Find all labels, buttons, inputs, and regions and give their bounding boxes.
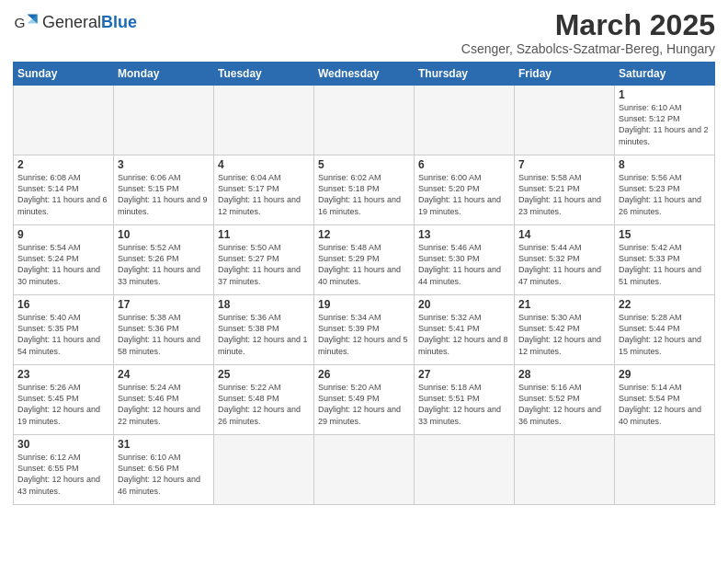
calendar-cell: 20Sunrise: 5:32 AM Sunset: 5:41 PM Dayli… — [415, 295, 515, 365]
logo: G GeneralBlue — [13, 9, 137, 35]
calendar-cell: 18Sunrise: 5:36 AM Sunset: 5:38 PM Dayli… — [214, 295, 314, 365]
day-info: Sunrise: 5:34 AM Sunset: 5:39 PM Dayligh… — [318, 312, 410, 357]
calendar-cell — [14, 86, 114, 155]
day-info: Sunrise: 6:10 AM Sunset: 6:56 PM Dayligh… — [118, 452, 210, 497]
day-number: 25 — [218, 368, 310, 381]
calendar-cell — [415, 86, 515, 155]
calendar-cell: 21Sunrise: 5:30 AM Sunset: 5:42 PM Dayli… — [515, 295, 615, 365]
day-info: Sunrise: 6:02 AM Sunset: 5:18 PM Dayligh… — [318, 172, 410, 217]
day-info: Sunrise: 5:18 AM Sunset: 5:51 PM Dayligh… — [418, 382, 510, 427]
day-number: 5 — [318, 158, 410, 171]
location-title: Csenger, Szabolcs-Szatmar-Bereg, Hungary — [461, 41, 715, 56]
day-info: Sunrise: 6:12 AM Sunset: 6:55 PM Dayligh… — [17, 452, 109, 497]
day-number: 7 — [518, 158, 610, 171]
calendar-cell: 7Sunrise: 5:58 AM Sunset: 5:21 PM Daylig… — [515, 155, 615, 225]
day-number: 23 — [17, 368, 109, 381]
calendar-cell — [114, 86, 214, 155]
day-info: Sunrise: 5:42 AM Sunset: 5:33 PM Dayligh… — [619, 242, 711, 287]
col-header-saturday: Saturday — [615, 63, 715, 86]
calendar-cell: 25Sunrise: 5:22 AM Sunset: 5:48 PM Dayli… — [214, 365, 314, 435]
col-header-sunday: Sunday — [14, 63, 114, 86]
day-number: 1 — [619, 88, 711, 101]
title-area: March 2025 Csenger, Szabolcs-Szatmar-Ber… — [461, 9, 715, 56]
day-info: Sunrise: 5:58 AM Sunset: 5:21 PM Dayligh… — [518, 172, 610, 217]
day-info: Sunrise: 5:52 AM Sunset: 5:26 PM Dayligh… — [118, 242, 210, 287]
calendar-cell: 8Sunrise: 5:56 AM Sunset: 5:23 PM Daylig… — [615, 155, 715, 225]
calendar-cell: 14Sunrise: 5:44 AM Sunset: 5:32 PM Dayli… — [515, 225, 615, 295]
day-info: Sunrise: 5:50 AM Sunset: 5:27 PM Dayligh… — [218, 242, 310, 287]
calendar-cell: 30Sunrise: 6:12 AM Sunset: 6:55 PM Dayli… — [14, 435, 114, 505]
day-info: Sunrise: 5:40 AM Sunset: 5:35 PM Dayligh… — [17, 312, 109, 357]
svg-text:G: G — [14, 15, 25, 30]
calendar-cell: 16Sunrise: 5:40 AM Sunset: 5:35 PM Dayli… — [14, 295, 114, 365]
month-title: March 2025 — [461, 9, 715, 41]
day-info: Sunrise: 5:14 AM Sunset: 5:54 PM Dayligh… — [619, 382, 711, 427]
col-header-friday: Friday — [515, 63, 615, 86]
day-info: Sunrise: 5:38 AM Sunset: 5:36 PM Dayligh… — [118, 312, 210, 357]
day-number: 16 — [17, 298, 109, 311]
calendar-cell: 5Sunrise: 6:02 AM Sunset: 5:18 PM Daylig… — [314, 155, 415, 225]
calendar-cell: 22Sunrise: 5:28 AM Sunset: 5:44 PM Dayli… — [615, 295, 715, 365]
day-number: 17 — [118, 298, 210, 311]
day-number: 12 — [318, 228, 410, 241]
day-info: Sunrise: 5:46 AM Sunset: 5:30 PM Dayligh… — [418, 242, 510, 287]
day-number: 9 — [17, 228, 109, 241]
calendar-cell: 23Sunrise: 5:26 AM Sunset: 5:45 PM Dayli… — [14, 365, 114, 435]
day-info: Sunrise: 6:06 AM Sunset: 5:15 PM Dayligh… — [118, 172, 210, 217]
calendar-header-row: SundayMondayTuesdayWednesdayThursdayFrid… — [14, 63, 715, 86]
day-number: 30 — [17, 438, 109, 451]
calendar-cell: 31Sunrise: 6:10 AM Sunset: 6:56 PM Dayli… — [114, 435, 214, 505]
day-info: Sunrise: 6:00 AM Sunset: 5:20 PM Dayligh… — [418, 172, 510, 217]
day-number: 24 — [118, 368, 210, 381]
day-info: Sunrise: 5:20 AM Sunset: 5:49 PM Dayligh… — [318, 382, 410, 427]
calendar-cell: 29Sunrise: 5:14 AM Sunset: 5:54 PM Dayli… — [615, 365, 715, 435]
day-number: 29 — [619, 368, 711, 381]
calendar-cell: 11Sunrise: 5:50 AM Sunset: 5:27 PM Dayli… — [214, 225, 314, 295]
calendar-cell: 1Sunrise: 6:10 AM Sunset: 5:12 PM Daylig… — [615, 86, 715, 155]
day-number: 8 — [619, 158, 711, 171]
day-number: 11 — [218, 228, 310, 241]
calendar-cell: 3Sunrise: 6:06 AM Sunset: 5:15 PM Daylig… — [114, 155, 214, 225]
calendar-cell — [314, 86, 415, 155]
day-number: 31 — [118, 438, 210, 451]
day-number: 15 — [619, 228, 711, 241]
day-number: 22 — [619, 298, 711, 311]
calendar-week-3: 9Sunrise: 5:54 AM Sunset: 5:24 PM Daylig… — [14, 225, 715, 295]
day-number: 27 — [418, 368, 510, 381]
day-info: Sunrise: 6:08 AM Sunset: 5:14 PM Dayligh… — [17, 172, 109, 217]
calendar-cell: 2Sunrise: 6:08 AM Sunset: 5:14 PM Daylig… — [14, 155, 114, 225]
day-info: Sunrise: 5:56 AM Sunset: 5:23 PM Dayligh… — [619, 172, 711, 217]
calendar-cell — [214, 435, 314, 505]
calendar-cell — [415, 435, 515, 505]
calendar-cell: 13Sunrise: 5:46 AM Sunset: 5:30 PM Dayli… — [415, 225, 515, 295]
day-info: Sunrise: 5:24 AM Sunset: 5:46 PM Dayligh… — [118, 382, 210, 427]
day-info: Sunrise: 5:32 AM Sunset: 5:41 PM Dayligh… — [418, 312, 510, 357]
day-info: Sunrise: 6:04 AM Sunset: 5:17 PM Dayligh… — [218, 172, 310, 217]
day-number: 2 — [17, 158, 109, 171]
calendar-cell: 15Sunrise: 5:42 AM Sunset: 5:33 PM Dayli… — [615, 225, 715, 295]
day-info: Sunrise: 6:10 AM Sunset: 5:12 PM Dayligh… — [619, 102, 711, 147]
col-header-wednesday: Wednesday — [314, 63, 415, 86]
day-number: 6 — [418, 158, 510, 171]
logo-text: GeneralBlue — [42, 14, 137, 30]
day-number: 4 — [218, 158, 310, 171]
calendar-cell — [515, 435, 615, 505]
day-number: 3 — [118, 158, 210, 171]
logo-icon: G — [13, 9, 39, 35]
day-info: Sunrise: 5:22 AM Sunset: 5:48 PM Dayligh… — [218, 382, 310, 427]
calendar-week-6: 30Sunrise: 6:12 AM Sunset: 6:55 PM Dayli… — [14, 435, 715, 505]
calendar-cell: 24Sunrise: 5:24 AM Sunset: 5:46 PM Dayli… — [114, 365, 214, 435]
day-info: Sunrise: 5:28 AM Sunset: 5:44 PM Dayligh… — [619, 312, 711, 357]
calendar-cell: 19Sunrise: 5:34 AM Sunset: 5:39 PM Dayli… — [314, 295, 415, 365]
calendar-cell: 10Sunrise: 5:52 AM Sunset: 5:26 PM Dayli… — [114, 225, 214, 295]
calendar-week-5: 23Sunrise: 5:26 AM Sunset: 5:45 PM Dayli… — [14, 365, 715, 435]
day-number: 20 — [418, 298, 510, 311]
day-number: 26 — [318, 368, 410, 381]
day-info: Sunrise: 5:16 AM Sunset: 5:52 PM Dayligh… — [518, 382, 610, 427]
calendar-cell: 26Sunrise: 5:20 AM Sunset: 5:49 PM Dayli… — [314, 365, 415, 435]
calendar-cell — [214, 86, 314, 155]
col-header-tuesday: Tuesday — [214, 63, 314, 86]
calendar-cell: 4Sunrise: 6:04 AM Sunset: 5:17 PM Daylig… — [214, 155, 314, 225]
day-number: 28 — [518, 368, 610, 381]
col-header-thursday: Thursday — [415, 63, 515, 86]
